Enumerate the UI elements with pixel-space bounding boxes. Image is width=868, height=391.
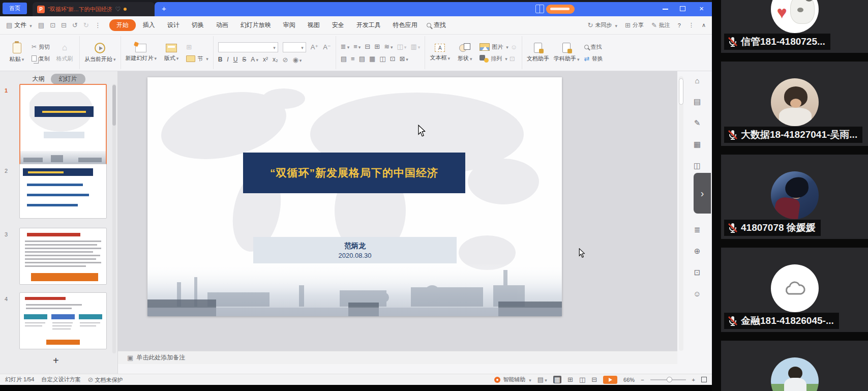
- copy-button[interactable]: 复制: [32, 55, 50, 63]
- home-button[interactable]: 首页: [3, 3, 27, 14]
- section-button[interactable]: 节: [186, 55, 208, 63]
- zoom-slider[interactable]: [650, 379, 686, 380]
- clear-format-icon[interactable]: ⊘: [283, 56, 288, 64]
- slide-thumbnail-4[interactable]: [19, 292, 107, 349]
- reset-button[interactable]: ⊞: [186, 43, 208, 51]
- panel-collapse-handle[interactable]: ›: [694, 173, 711, 214]
- participant-tile[interactable]: 大数据18-41827041-吴雨...: [721, 62, 868, 146]
- emoji-rail-icon[interactable]: ☺: [693, 289, 701, 298]
- columns-icon[interactable]: ▥: [410, 43, 420, 50]
- export-icon[interactable]: ⊟: [61, 21, 67, 29]
- pages-rail-icon[interactable]: ▤: [694, 97, 701, 106]
- font-color-button[interactable]: A: [251, 56, 258, 63]
- slideshow-play-button[interactable]: [603, 376, 617, 384]
- sorter-view-icon[interactable]: ⊞: [567, 376, 573, 383]
- align-right-icon[interactable]: ▤: [359, 55, 365, 63]
- participant-tile[interactable]: [721, 341, 868, 391]
- new-tab-button[interactable]: +: [162, 4, 166, 13]
- tab-outline[interactable]: 大纲: [33, 75, 45, 83]
- promo-badge[interactable]: [546, 5, 575, 14]
- zoom-in-icon[interactable]: +: [692, 377, 695, 383]
- play-from-current-button[interactable]: 从当前开始: [84, 43, 116, 63]
- save-icon[interactable]: ▤: [38, 21, 44, 29]
- minimize-button[interactable]: [663, 9, 668, 10]
- doc-assistant-button[interactable]: 文档助手: [527, 43, 549, 63]
- underline-button[interactable]: U: [233, 56, 238, 63]
- decrease-font-icon[interactable]: A⁻: [323, 43, 331, 51]
- notes-view-icon[interactable]: ▤: [537, 376, 547, 383]
- thumbnail-scrollbar[interactable]: [112, 84, 116, 353]
- arrange-button[interactable]: 排列⊡: [480, 55, 517, 63]
- indent-decrease-icon[interactable]: ⊟: [365, 43, 370, 50]
- tab-transition[interactable]: 切换: [186, 19, 210, 31]
- handout-view-icon[interactable]: ⊟: [591, 376, 597, 383]
- strikethrough-button[interactable]: S: [242, 56, 246, 63]
- align-top-icon[interactable]: ⊡: [390, 55, 396, 63]
- tab-review[interactable]: 审阅: [277, 19, 302, 31]
- design-scheme[interactable]: 自定义设计方案: [41, 376, 80, 383]
- distribute-icon[interactable]: ◫: [379, 55, 385, 63]
- zoom-out-icon[interactable]: −: [641, 377, 644, 383]
- favorite-heart-icon[interactable]: ♡: [115, 6, 121, 13]
- text-effects-icon[interactable]: ◉: [292, 56, 302, 64]
- redo-icon[interactable]: ↻: [83, 21, 89, 29]
- print-icon[interactable]: ⊡: [50, 21, 55, 29]
- slide-canvas[interactable]: “双循环”新发展格局下的中国经济 范炳龙 2020.08.30: [147, 77, 562, 316]
- tab-design[interactable]: 设计: [161, 19, 186, 31]
- participant-tile[interactable]: 金融181-41826045-...: [721, 248, 868, 332]
- bold-button[interactable]: B: [218, 56, 223, 63]
- document-tab[interactable]: P “双循环”新...下的中国经济 ♡: [33, 2, 155, 16]
- line-spacing-icon[interactable]: ≋: [384, 43, 393, 50]
- file-menu[interactable]: ▤文件: [6, 21, 32, 29]
- home-rail-icon[interactable]: ⌂: [695, 76, 699, 85]
- zoom-slider-handle[interactable]: [667, 377, 672, 382]
- layout-rail-icon[interactable]: ◫: [694, 161, 701, 170]
- text-direction-icon[interactable]: ◫: [397, 43, 407, 50]
- normal-view-icon[interactable]: ▦: [553, 376, 561, 383]
- picture-button[interactable]: 图片☺: [480, 43, 517, 51]
- slide-author-box[interactable]: 范炳龙 2020.08.30: [253, 237, 457, 263]
- smart-assist-button[interactable]: 智能辅助: [494, 376, 531, 383]
- align-left-icon[interactable]: ▤: [341, 55, 347, 63]
- tab-security[interactable]: 安全: [326, 19, 350, 31]
- tab-slideshow[interactable]: 幻灯片放映: [234, 19, 277, 31]
- history-rail-icon[interactable]: ⊡: [694, 268, 701, 277]
- tab-insert[interactable]: 插入: [137, 19, 161, 31]
- select-pane-icon[interactable]: ⊡: [510, 55, 515, 63]
- bullets-icon[interactable]: ≣: [341, 43, 349, 50]
- format-painter-button[interactable]: ⌂格式刷: [54, 43, 75, 63]
- style-rail-icon[interactable]: ✎: [694, 118, 701, 128]
- increase-font-icon[interactable]: A⁺: [311, 43, 319, 51]
- chart-rail-icon[interactable]: ≣: [694, 225, 701, 234]
- superscript-button[interactable]: x²: [263, 56, 268, 63]
- sync-status[interactable]: ↻未同步: [588, 21, 617, 29]
- replace-button[interactable]: ⇄替换: [584, 55, 603, 63]
- paste-button[interactable]: 粘贴: [7, 43, 27, 63]
- slide-title-banner[interactable]: “双循环”新发展格局下的中国经济: [243, 153, 465, 193]
- tab-view[interactable]: 视图: [302, 19, 326, 31]
- vertical-scrollbar[interactable]: [679, 76, 683, 351]
- sound-rail-icon[interactable]: ⊕: [694, 247, 701, 256]
- layout-button[interactable]: 版式: [161, 44, 182, 62]
- more-icon[interactable]: ⋮: [95, 21, 101, 29]
- tab-animation[interactable]: 动画: [210, 19, 234, 31]
- subject-assistant-button[interactable]: 学科助手: [554, 43, 580, 63]
- text-box-button[interactable]: A文本框: [430, 44, 450, 62]
- zoom-level[interactable]: 66%: [623, 377, 635, 383]
- slide-thumbnail-1[interactable]: [19, 84, 107, 165]
- find-button[interactable]: 查找: [584, 43, 603, 51]
- participant-tile[interactable]: ♥ 信管181-4180725...: [721, 0, 868, 53]
- tab-devtools[interactable]: 开发工具: [350, 19, 387, 31]
- help-icon[interactable]: ?: [678, 22, 681, 28]
- close-button[interactable]: ×: [699, 4, 704, 13]
- numbering-icon[interactable]: ≡: [353, 43, 361, 50]
- slide-thumbnail-2[interactable]: [19, 164, 107, 219]
- notes-bar[interactable]: ▣ 单击此处添加备注: [118, 351, 677, 364]
- comment-button[interactable]: ✎批注: [651, 21, 670, 29]
- qr-rail-icon[interactable]: ▦: [694, 140, 701, 149]
- add-slide-button[interactable]: +: [53, 355, 59, 367]
- restore-button[interactable]: [680, 6, 685, 11]
- search-menu[interactable]: 查找: [427, 21, 446, 29]
- workspace-grid-icon[interactable]: [535, 5, 544, 13]
- indent-increase-icon[interactable]: ⊞: [374, 43, 380, 50]
